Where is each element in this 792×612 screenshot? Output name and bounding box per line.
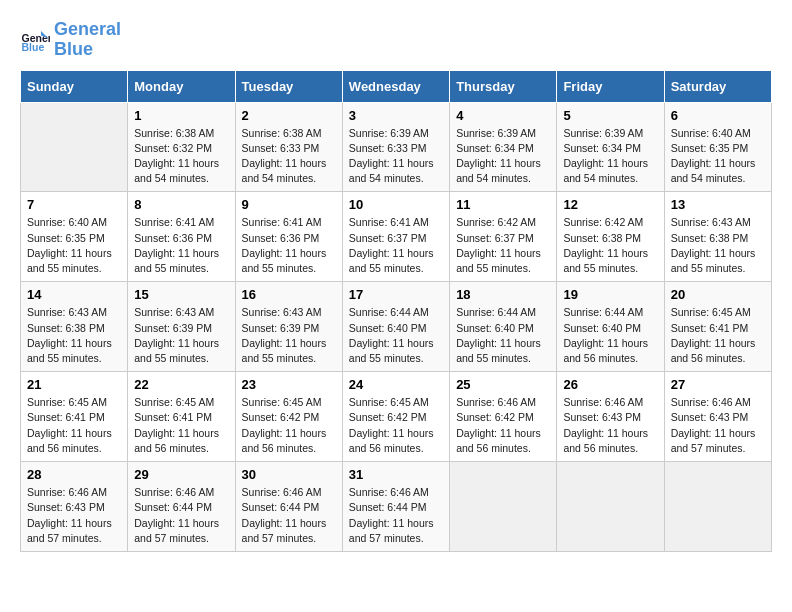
page-header: General Blue GeneralBlue [20, 20, 772, 60]
day-number: 13 [671, 197, 765, 212]
header-cell-tuesday: Tuesday [235, 70, 342, 102]
day-number: 20 [671, 287, 765, 302]
day-info: Sunrise: 6:44 AMSunset: 6:40 PMDaylight:… [563, 305, 657, 366]
calendar-cell: 13Sunrise: 6:43 AMSunset: 6:38 PMDayligh… [664, 192, 771, 282]
day-number: 18 [456, 287, 550, 302]
calendar-cell: 24Sunrise: 6:45 AMSunset: 6:42 PMDayligh… [342, 372, 449, 462]
header-cell-monday: Monday [128, 70, 235, 102]
day-info: Sunrise: 6:41 AMSunset: 6:36 PMDaylight:… [242, 215, 336, 276]
calendar-cell: 19Sunrise: 6:44 AMSunset: 6:40 PMDayligh… [557, 282, 664, 372]
calendar-table: SundayMondayTuesdayWednesdayThursdayFrid… [20, 70, 772, 552]
calendar-cell: 8Sunrise: 6:41 AMSunset: 6:36 PMDaylight… [128, 192, 235, 282]
logo-icon: General Blue [20, 25, 50, 55]
day-info: Sunrise: 6:44 AMSunset: 6:40 PMDaylight:… [456, 305, 550, 366]
day-number: 8 [134, 197, 228, 212]
calendar-cell: 22Sunrise: 6:45 AMSunset: 6:41 PMDayligh… [128, 372, 235, 462]
day-number: 12 [563, 197, 657, 212]
day-number: 24 [349, 377, 443, 392]
calendar-cell: 31Sunrise: 6:46 AMSunset: 6:44 PMDayligh… [342, 462, 449, 552]
day-info: Sunrise: 6:43 AMSunset: 6:39 PMDaylight:… [134, 305, 228, 366]
day-number: 26 [563, 377, 657, 392]
calendar-cell: 23Sunrise: 6:45 AMSunset: 6:42 PMDayligh… [235, 372, 342, 462]
calendar-cell: 9Sunrise: 6:41 AMSunset: 6:36 PMDaylight… [235, 192, 342, 282]
day-number: 1 [134, 108, 228, 123]
day-number: 5 [563, 108, 657, 123]
day-number: 17 [349, 287, 443, 302]
calendar-cell: 28Sunrise: 6:46 AMSunset: 6:43 PMDayligh… [21, 462, 128, 552]
calendar-cell [664, 462, 771, 552]
calendar-cell: 25Sunrise: 6:46 AMSunset: 6:42 PMDayligh… [450, 372, 557, 462]
day-info: Sunrise: 6:42 AMSunset: 6:37 PMDaylight:… [456, 215, 550, 276]
calendar-cell: 16Sunrise: 6:43 AMSunset: 6:39 PMDayligh… [235, 282, 342, 372]
calendar-week-row: 28Sunrise: 6:46 AMSunset: 6:43 PMDayligh… [21, 462, 772, 552]
day-number: 28 [27, 467, 121, 482]
day-number: 6 [671, 108, 765, 123]
day-info: Sunrise: 6:45 AMSunset: 6:41 PMDaylight:… [27, 395, 121, 456]
header-cell-saturday: Saturday [664, 70, 771, 102]
calendar-week-row: 1Sunrise: 6:38 AMSunset: 6:32 PMDaylight… [21, 102, 772, 192]
calendar-cell: 4Sunrise: 6:39 AMSunset: 6:34 PMDaylight… [450, 102, 557, 192]
calendar-header-row: SundayMondayTuesdayWednesdayThursdayFrid… [21, 70, 772, 102]
day-number: 11 [456, 197, 550, 212]
day-info: Sunrise: 6:45 AMSunset: 6:42 PMDaylight:… [349, 395, 443, 456]
calendar-cell: 1Sunrise: 6:38 AMSunset: 6:32 PMDaylight… [128, 102, 235, 192]
day-number: 29 [134, 467, 228, 482]
day-info: Sunrise: 6:39 AMSunset: 6:33 PMDaylight:… [349, 126, 443, 187]
calendar-cell: 27Sunrise: 6:46 AMSunset: 6:43 PMDayligh… [664, 372, 771, 462]
day-number: 16 [242, 287, 336, 302]
calendar-cell: 11Sunrise: 6:42 AMSunset: 6:37 PMDayligh… [450, 192, 557, 282]
day-info: Sunrise: 6:46 AMSunset: 6:42 PMDaylight:… [456, 395, 550, 456]
calendar-cell: 14Sunrise: 6:43 AMSunset: 6:38 PMDayligh… [21, 282, 128, 372]
day-number: 25 [456, 377, 550, 392]
header-cell-sunday: Sunday [21, 70, 128, 102]
logo-text: GeneralBlue [54, 20, 121, 60]
day-number: 2 [242, 108, 336, 123]
day-info: Sunrise: 6:46 AMSunset: 6:44 PMDaylight:… [242, 485, 336, 546]
day-info: Sunrise: 6:45 AMSunset: 6:42 PMDaylight:… [242, 395, 336, 456]
calendar-cell: 26Sunrise: 6:46 AMSunset: 6:43 PMDayligh… [557, 372, 664, 462]
calendar-cell: 12Sunrise: 6:42 AMSunset: 6:38 PMDayligh… [557, 192, 664, 282]
calendar-cell: 30Sunrise: 6:46 AMSunset: 6:44 PMDayligh… [235, 462, 342, 552]
calendar-cell [450, 462, 557, 552]
day-info: Sunrise: 6:41 AMSunset: 6:37 PMDaylight:… [349, 215, 443, 276]
calendar-cell: 15Sunrise: 6:43 AMSunset: 6:39 PMDayligh… [128, 282, 235, 372]
calendar-cell: 21Sunrise: 6:45 AMSunset: 6:41 PMDayligh… [21, 372, 128, 462]
calendar-cell: 2Sunrise: 6:38 AMSunset: 6:33 PMDaylight… [235, 102, 342, 192]
day-info: Sunrise: 6:40 AMSunset: 6:35 PMDaylight:… [671, 126, 765, 187]
day-info: Sunrise: 6:46 AMSunset: 6:44 PMDaylight:… [134, 485, 228, 546]
day-info: Sunrise: 6:39 AMSunset: 6:34 PMDaylight:… [456, 126, 550, 187]
day-info: Sunrise: 6:43 AMSunset: 6:38 PMDaylight:… [27, 305, 121, 366]
calendar-week-row: 7Sunrise: 6:40 AMSunset: 6:35 PMDaylight… [21, 192, 772, 282]
calendar-cell [557, 462, 664, 552]
day-number: 7 [27, 197, 121, 212]
day-info: Sunrise: 6:46 AMSunset: 6:43 PMDaylight:… [671, 395, 765, 456]
calendar-cell: 18Sunrise: 6:44 AMSunset: 6:40 PMDayligh… [450, 282, 557, 372]
header-cell-wednesday: Wednesday [342, 70, 449, 102]
day-info: Sunrise: 6:41 AMSunset: 6:36 PMDaylight:… [134, 215, 228, 276]
day-info: Sunrise: 6:38 AMSunset: 6:32 PMDaylight:… [134, 126, 228, 187]
day-number: 30 [242, 467, 336, 482]
day-number: 9 [242, 197, 336, 212]
day-info: Sunrise: 6:44 AMSunset: 6:40 PMDaylight:… [349, 305, 443, 366]
calendar-cell: 10Sunrise: 6:41 AMSunset: 6:37 PMDayligh… [342, 192, 449, 282]
header-cell-friday: Friday [557, 70, 664, 102]
day-number: 31 [349, 467, 443, 482]
calendar-cell: 20Sunrise: 6:45 AMSunset: 6:41 PMDayligh… [664, 282, 771, 372]
day-number: 4 [456, 108, 550, 123]
day-number: 27 [671, 377, 765, 392]
calendar-cell [21, 102, 128, 192]
day-number: 3 [349, 108, 443, 123]
day-info: Sunrise: 6:42 AMSunset: 6:38 PMDaylight:… [563, 215, 657, 276]
calendar-week-row: 21Sunrise: 6:45 AMSunset: 6:41 PMDayligh… [21, 372, 772, 462]
day-info: Sunrise: 6:43 AMSunset: 6:38 PMDaylight:… [671, 215, 765, 276]
day-number: 19 [563, 287, 657, 302]
day-info: Sunrise: 6:46 AMSunset: 6:43 PMDaylight:… [563, 395, 657, 456]
day-info: Sunrise: 6:46 AMSunset: 6:44 PMDaylight:… [349, 485, 443, 546]
day-info: Sunrise: 6:45 AMSunset: 6:41 PMDaylight:… [671, 305, 765, 366]
day-info: Sunrise: 6:46 AMSunset: 6:43 PMDaylight:… [27, 485, 121, 546]
day-number: 15 [134, 287, 228, 302]
day-number: 22 [134, 377, 228, 392]
calendar-cell: 3Sunrise: 6:39 AMSunset: 6:33 PMDaylight… [342, 102, 449, 192]
day-info: Sunrise: 6:43 AMSunset: 6:39 PMDaylight:… [242, 305, 336, 366]
day-number: 23 [242, 377, 336, 392]
